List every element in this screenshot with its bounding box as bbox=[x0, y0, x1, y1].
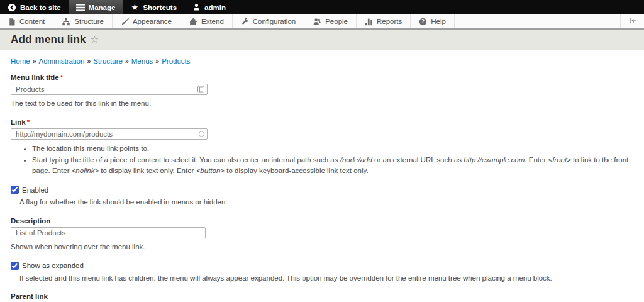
bar-chart-icon bbox=[365, 18, 373, 26]
back-to-site-label: Back to site bbox=[20, 4, 61, 11]
menu-link-title-input[interactable] bbox=[11, 84, 208, 95]
breadcrumb-separator: » bbox=[125, 57, 129, 65]
page-title-bar: Add menu link ☆ bbox=[0, 30, 644, 50]
menubar-item-label: Structure bbox=[74, 18, 104, 25]
back-arrow-icon bbox=[8, 3, 16, 12]
menubar-item-label: Help bbox=[431, 18, 446, 25]
admin-user-menu[interactable]: admin bbox=[184, 0, 233, 14]
form-item-link: Link* The location this menu link points… bbox=[11, 118, 633, 177]
main-content: Home»Administration»Structure»Menus»Prod… bbox=[0, 51, 644, 302]
link-input[interactable] bbox=[11, 128, 208, 140]
svg-text:?: ? bbox=[421, 18, 425, 25]
admin-menubar-items: Content Structure Appearance Extend bbox=[0, 14, 620, 28]
parent-link-label: Parent link bbox=[11, 293, 633, 300]
hamburger-icon bbox=[76, 3, 85, 12]
enabled-label: Enabled bbox=[22, 186, 48, 194]
shortcuts-label: Shortcuts bbox=[143, 4, 177, 11]
vertical-orientation-icon bbox=[628, 16, 637, 27]
link-help-bullet-1: The location this menu link points to. bbox=[32, 143, 633, 154]
breadcrumb-separator: » bbox=[155, 57, 159, 65]
menubar-item-label: Content bbox=[19, 18, 45, 25]
description-help: Shown when hovering over the menu link. bbox=[11, 242, 633, 252]
breadcrumb-link-administration[interactable]: Administration bbox=[39, 57, 85, 65]
menubar-item-label: People bbox=[325, 18, 348, 25]
wrench-icon bbox=[241, 18, 249, 26]
input-addon-icon bbox=[197, 86, 204, 93]
link-help-bullet-2: Start typing the title of a piece of con… bbox=[32, 155, 633, 177]
form-item-parent-link: Parent link <Products> The maximum depth… bbox=[11, 293, 633, 302]
form-item-description: Description Shown when hovering over the… bbox=[11, 217, 633, 252]
document-icon bbox=[8, 18, 16, 26]
help-icon: ? bbox=[419, 18, 427, 26]
enabled-checkbox[interactable] bbox=[11, 186, 19, 194]
show-as-expanded-checkbox[interactable] bbox=[11, 262, 19, 270]
breadcrumb: Home»Administration»Structure»Menus»Prod… bbox=[11, 57, 633, 65]
form-item-menu-link-title: Menu link title* The text to be used for… bbox=[11, 74, 633, 109]
link-label: Link* bbox=[11, 118, 633, 126]
menubar-item-appearance[interactable]: Appearance bbox=[113, 14, 180, 28]
link-help-list: The location this menu link points to. S… bbox=[32, 143, 633, 177]
menubar-item-label: Appearance bbox=[133, 18, 172, 25]
manage-tab[interactable]: Manage bbox=[69, 0, 123, 14]
menubar-item-configuration[interactable]: Configuration bbox=[233, 14, 304, 28]
admin-menubar: Content Structure Appearance Extend bbox=[0, 14, 644, 30]
people-icon bbox=[313, 18, 321, 26]
required-marker: * bbox=[60, 74, 63, 81]
menu-link-title-label: Menu link title* bbox=[11, 74, 633, 81]
enabled-help: A flag for whether the link should be en… bbox=[19, 197, 633, 208]
sitemap-icon bbox=[62, 18, 70, 26]
shortcuts-tab[interactable]: ★ Shortcuts bbox=[123, 0, 184, 14]
admin-username: admin bbox=[204, 4, 226, 11]
user-icon bbox=[192, 3, 201, 12]
menubar-item-help[interactable]: ? Help bbox=[411, 14, 455, 28]
description-input[interactable] bbox=[11, 227, 206, 238]
manage-label: Manage bbox=[89, 4, 116, 11]
breadcrumb-link-products[interactable]: Products bbox=[162, 57, 190, 65]
menubar-item-structure[interactable]: Structure bbox=[53, 14, 113, 28]
breadcrumb-link-menus[interactable]: Menus bbox=[131, 57, 153, 65]
breadcrumb-separator: » bbox=[87, 57, 91, 65]
menubar-item-people[interactable]: People bbox=[304, 14, 357, 28]
back-to-site-button[interactable]: Back to site bbox=[0, 0, 69, 14]
puzzle-icon bbox=[189, 18, 197, 26]
breadcrumb-link-home[interactable]: Home bbox=[11, 57, 30, 65]
star-icon: ★ bbox=[130, 3, 139, 12]
page-title: Add menu link bbox=[11, 33, 86, 46]
shortcut-star-icon[interactable]: ☆ bbox=[91, 34, 99, 45]
form-item-enabled: Enabled A flag for whether the link shou… bbox=[11, 186, 633, 208]
autocomplete-indicator-icon bbox=[199, 131, 204, 137]
breadcrumb-separator: » bbox=[33, 57, 36, 65]
required-marker: * bbox=[27, 118, 30, 126]
menu-link-title-help: The text to be used for this link in the… bbox=[11, 98, 633, 109]
menubar-item-label: Reports bbox=[377, 18, 402, 25]
show-as-expanded-help: If selected and this menu link has child… bbox=[19, 273, 633, 284]
paintbrush-icon bbox=[121, 18, 129, 26]
menubar-item-reports[interactable]: Reports bbox=[357, 14, 411, 28]
description-label: Description bbox=[11, 217, 633, 225]
show-as-expanded-label: Show as expanded bbox=[22, 262, 84, 269]
admin-toolbar: Back to site Manage ★ Shortcuts admin bbox=[0, 0, 644, 14]
menubar-item-extend[interactable]: Extend bbox=[180, 14, 233, 28]
menubar-item-label: Configuration bbox=[253, 18, 296, 25]
form-item-expanded: Show as expanded If selected and this me… bbox=[11, 262, 633, 284]
menubar-item-content[interactable]: Content bbox=[0, 14, 53, 28]
drupal-admin-screen: Back to site Manage ★ Shortcuts admin bbox=[0, 0, 644, 302]
toolbar-orientation-toggle[interactable] bbox=[620, 14, 644, 28]
menubar-item-label: Extend bbox=[201, 18, 224, 25]
breadcrumb-link-structure[interactable]: Structure bbox=[93, 57, 123, 65]
